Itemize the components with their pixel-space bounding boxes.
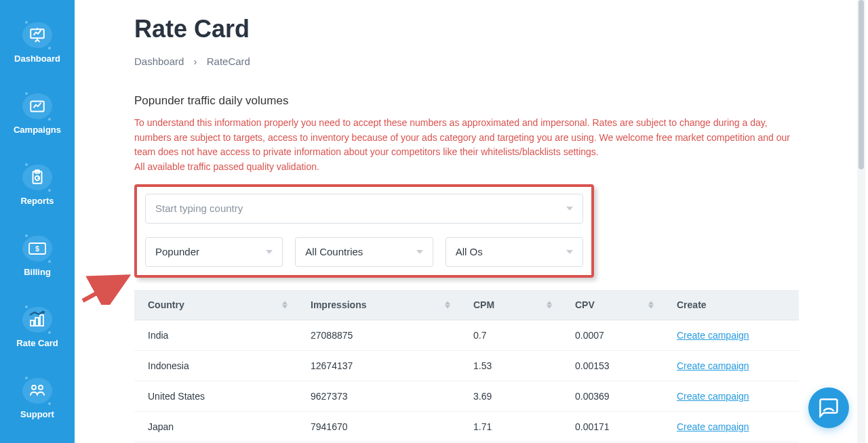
cell-cpm: 1.53: [460, 350, 561, 381]
traffic-type-select[interactable]: Popunder: [145, 237, 283, 267]
cell-impressions: 27088875: [297, 320, 460, 350]
sidebar: Dashboard Campaigns Reports: [0, 0, 75, 443]
cell-impressions: 9627373: [297, 381, 460, 411]
svg-rect-7: [31, 320, 34, 326]
chevron-down-icon: [266, 250, 273, 254]
sidebar-item-billing[interactable]: $ Billing: [0, 220, 75, 291]
breadcrumb: Dashboard › RateCard: [134, 56, 829, 67]
svg-point-10: [32, 385, 36, 389]
cell-country: United States: [134, 381, 297, 411]
sidebar-item-rate-card[interactable]: Rate Card: [0, 291, 75, 362]
th-country[interactable]: Country: [134, 290, 297, 320]
breadcrumb-separator: ›: [194, 56, 197, 67]
sidebar-item-reports[interactable]: Reports: [0, 149, 75, 220]
svg-text:$: $: [35, 245, 39, 253]
traffic-type-value: Popunder: [155, 246, 199, 257]
country-search-select[interactable]: Start typing country: [145, 194, 583, 224]
cell-create: Create campaign: [663, 411, 799, 442]
sort-icon: [648, 301, 654, 308]
create-campaign-link[interactable]: Create campaign: [677, 360, 749, 371]
warning-text: To understand this information properly …: [134, 116, 799, 175]
region-value: All Countries: [305, 246, 363, 257]
cell-country: Indonesia: [134, 350, 297, 381]
cell-cpv: 0.0007: [561, 320, 663, 350]
table-row: Japan79416701.710.00171Create campaign: [134, 411, 799, 442]
th-cpv[interactable]: CPV: [561, 290, 663, 320]
cell-create: Create campaign: [663, 320, 799, 350]
section-heading: Popunder traffic daily volumes: [134, 94, 829, 108]
cell-create: Create campaign: [663, 350, 799, 381]
money-icon: $: [28, 242, 47, 255]
cell-cpm: 1.71: [460, 411, 561, 442]
cell-cpm: 3.69: [460, 381, 561, 411]
sidebar-label: Dashboard: [14, 54, 60, 64]
sidebar-label: Reports: [20, 196, 54, 206]
os-value: All Os: [456, 246, 483, 257]
sidebar-item-support[interactable]: Support: [0, 362, 75, 434]
main-content: Rate Card Dashboard › RateCard Popunder …: [75, 0, 856, 443]
country-search-placeholder: Start typing country: [155, 203, 243, 214]
svg-rect-8: [35, 318, 39, 326]
breadcrumb-current: RateCard: [207, 56, 250, 67]
sort-icon: [282, 301, 288, 308]
create-campaign-link[interactable]: Create campaign: [677, 391, 749, 402]
create-campaign-link[interactable]: Create campaign: [677, 330, 749, 341]
chart-line-icon: [28, 98, 46, 115]
sort-icon: [547, 301, 552, 308]
chevron-down-icon: [566, 250, 573, 254]
sidebar-item-campaigns[interactable]: Campaigns: [0, 78, 75, 149]
cell-cpv: 0.00369: [561, 381, 663, 411]
bar-chart-icon: [28, 311, 47, 329]
presentation-icon: [28, 26, 46, 44]
cell-create: Create campaign: [663, 381, 799, 411]
cell-impressions: 7941670: [297, 411, 460, 442]
sort-icon: [445, 301, 450, 308]
svg-line-12: [83, 276, 127, 301]
filter-box: Start typing country Popunder All Countr…: [134, 184, 594, 278]
th-impressions[interactable]: Impressions: [297, 290, 460, 320]
sidebar-item-dashboard[interactable]: Dashboard: [0, 7, 75, 78]
cell-cpv: 0.00171: [561, 411, 663, 442]
chat-icon: [818, 398, 839, 418]
breadcrumb-dashboard[interactable]: Dashboard: [134, 56, 184, 67]
sidebar-label: Support: [20, 409, 54, 419]
table-row: United States96273733.690.00369Create ca…: [134, 381, 799, 411]
svg-point-11: [39, 385, 43, 389]
th-cpm[interactable]: CPM: [460, 290, 561, 320]
svg-rect-9: [40, 315, 43, 326]
create-campaign-link[interactable]: Create campaign: [677, 421, 749, 432]
page-title: Rate Card: [134, 15, 829, 43]
cell-cpv: 0.00153: [561, 350, 663, 381]
clipboard-icon: [28, 169, 46, 186]
rate-table: Country Impressions CPM CPV Create: [134, 290, 799, 442]
support-icon: [28, 383, 46, 398]
sidebar-label: Billing: [24, 267, 51, 277]
scrollbar-thumb[interactable]: [859, 0, 864, 169]
cell-impressions: 12674137: [297, 350, 460, 381]
cell-country: Japan: [134, 411, 297, 442]
sidebar-label: Rate Card: [16, 338, 58, 348]
cell-cpm: 0.7: [460, 320, 561, 350]
cell-country: India: [134, 320, 297, 350]
sidebar-label: Campaigns: [14, 125, 61, 135]
table-row: Indonesia126741371.530.00153Create campa…: [134, 350, 799, 381]
scrollbar[interactable]: [857, 0, 865, 443]
th-create: Create: [663, 290, 799, 320]
chevron-down-icon: [416, 250, 423, 254]
table-row: India270888750.70.0007Create campaign: [134, 320, 799, 350]
chevron-down-icon: [566, 207, 573, 211]
chat-widget-button[interactable]: [808, 387, 849, 428]
os-select[interactable]: All Os: [446, 237, 583, 267]
region-select[interactable]: All Countries: [295, 237, 433, 267]
